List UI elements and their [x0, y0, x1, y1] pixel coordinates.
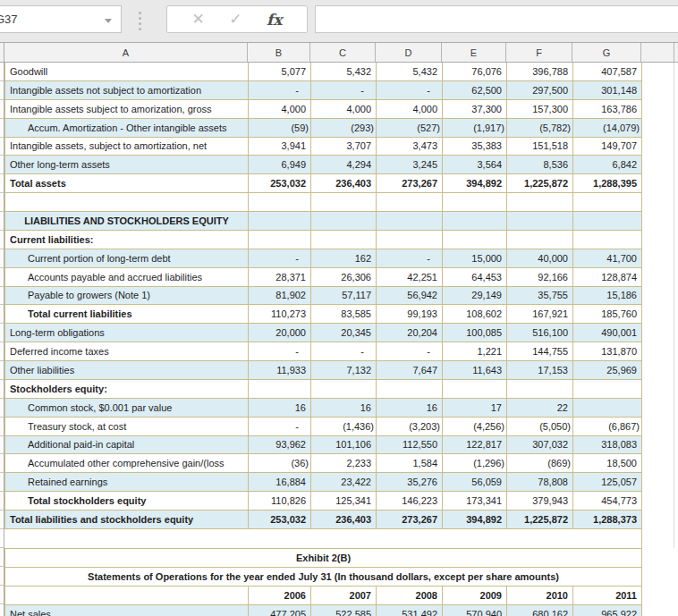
cell[interactable]: 5,077: [249, 63, 311, 81]
cell[interactable]: 4,294: [311, 156, 377, 174]
cell[interactable]: (14,079): [573, 119, 642, 138]
cell[interactable]: 2008: [377, 586, 443, 605]
cell[interactable]: Accounts payable and accrued liabilities: [5, 268, 249, 287]
cell[interactable]: [377, 193, 443, 212]
cell[interactable]: 125,057: [573, 473, 642, 492]
cell[interactable]: 379,943: [507, 492, 573, 511]
cell[interactable]: 78,808: [507, 473, 573, 492]
cell[interactable]: Deferred income taxes: [5, 342, 249, 361]
cell[interactable]: (1,436): [311, 418, 377, 436]
cell[interactable]: 680,162: [507, 605, 573, 616]
cell[interactable]: 29,149: [443, 287, 507, 306]
cell[interactable]: 236,403: [311, 174, 377, 193]
cell[interactable]: 81,902: [249, 287, 311, 306]
cell[interactable]: 3,564: [443, 156, 507, 174]
cell[interactable]: 3,473: [377, 138, 443, 156]
column-header-stub[interactable]: [641, 43, 674, 62]
cell[interactable]: Accum. Amortization - Other intangible a…: [5, 119, 249, 138]
column-header-B[interactable]: B: [248, 43, 310, 62]
cell[interactable]: 454,773: [573, 492, 642, 511]
cell[interactable]: (3,203): [377, 418, 443, 436]
name-box[interactable]: G37: [0, 5, 122, 33]
cell[interactable]: 11,643: [443, 361, 507, 380]
cell[interactable]: 5,432: [311, 63, 377, 81]
cell[interactable]: 128,874: [573, 268, 642, 287]
cell[interactable]: (5,050): [507, 418, 573, 436]
cell[interactable]: 407,587: [573, 63, 642, 81]
cell[interactable]: [377, 380, 443, 399]
cell[interactable]: 522,585: [311, 605, 377, 616]
exhibit-title-cell[interactable]: Exhibit 2(B): [5, 549, 642, 568]
column-header-E[interactable]: E: [442, 43, 506, 62]
cell[interactable]: Retained earnings: [5, 473, 249, 492]
column-header-D[interactable]: D: [376, 43, 442, 62]
cell[interactable]: 3,707: [311, 138, 377, 156]
cell[interactable]: 1,288,373: [573, 511, 642, 529]
cell[interactable]: 2007: [311, 586, 377, 605]
cell[interactable]: 17: [443, 399, 507, 418]
cell[interactable]: 253,032: [249, 174, 311, 193]
column-header-C[interactable]: C: [310, 43, 376, 62]
cell[interactable]: 6,949: [249, 156, 311, 174]
cell[interactable]: Other liabilities: [5, 361, 249, 380]
cell[interactable]: Current portion of long-term debt: [5, 249, 249, 268]
cell[interactable]: 301,148: [573, 81, 642, 100]
cell[interactable]: Intangible assets, subject to amortizati…: [5, 138, 249, 156]
cell[interactable]: 149,707: [573, 138, 642, 156]
cell[interactable]: 17,153: [507, 361, 573, 380]
cell[interactable]: 297,500: [507, 81, 573, 100]
cell[interactable]: [507, 212, 573, 231]
cell[interactable]: Other long-term assets: [5, 156, 249, 174]
cell[interactable]: -: [249, 81, 311, 100]
cell[interactable]: (59): [249, 119, 311, 138]
cell[interactable]: (293): [311, 119, 377, 138]
cell[interactable]: Total liabilities and stockholders equit…: [5, 511, 249, 529]
cell[interactable]: 253,032: [249, 511, 311, 529]
cell[interactable]: [377, 231, 443, 249]
cell[interactable]: 7,132: [311, 361, 377, 380]
cell[interactable]: (1,296): [443, 454, 507, 473]
cell[interactable]: 57,117: [311, 287, 377, 306]
cell[interactable]: Goodwill: [5, 63, 249, 81]
cell[interactable]: 185,760: [573, 305, 642, 324]
cell[interactable]: 15,186: [573, 287, 642, 306]
cell[interactable]: 28,371: [249, 268, 311, 287]
cell[interactable]: 35,755: [507, 287, 573, 306]
cell[interactable]: [443, 380, 507, 399]
cell[interactable]: (527): [377, 119, 443, 138]
cell[interactable]: 157,300: [507, 100, 573, 119]
cell[interactable]: [443, 193, 507, 212]
cell[interactable]: 2,233: [311, 454, 377, 473]
cell[interactable]: 101,106: [311, 436, 377, 455]
cell[interactable]: -: [249, 342, 311, 361]
cell[interactable]: [5, 193, 249, 212]
cell[interactable]: [507, 231, 573, 249]
cell[interactable]: 1,225,872: [507, 174, 573, 193]
cell[interactable]: 16,884: [249, 473, 311, 492]
cell[interactable]: 163,786: [573, 100, 642, 119]
cell[interactable]: [377, 212, 443, 231]
cell[interactable]: 20,000: [249, 324, 311, 342]
cell[interactable]: -: [311, 81, 377, 100]
cell[interactable]: 4,000: [377, 100, 443, 119]
cell[interactable]: 110,826: [249, 492, 311, 511]
cell[interactable]: 7,647: [377, 361, 443, 380]
formula-input[interactable]: [315, 5, 678, 33]
cell[interactable]: [249, 231, 311, 249]
cell[interactable]: 3,941: [249, 138, 311, 156]
cell[interactable]: (36): [249, 454, 311, 473]
cell[interactable]: 273,267: [377, 511, 443, 529]
cell[interactable]: Current liabilities:: [5, 231, 249, 249]
cell[interactable]: [249, 380, 311, 399]
cell[interactable]: [311, 212, 377, 231]
cell[interactable]: 396,788: [507, 63, 573, 81]
function-icon[interactable]: fx: [267, 11, 282, 29]
cell[interactable]: (5,782): [507, 119, 573, 138]
cell[interactable]: 20,204: [377, 324, 443, 342]
cell[interactable]: Net sales: [5, 605, 249, 616]
cell[interactable]: [249, 212, 311, 231]
cell[interactable]: (4,256): [443, 418, 507, 436]
cell[interactable]: Treasury stock, at cost: [5, 418, 249, 436]
cell[interactable]: -: [249, 249, 311, 268]
cell[interactable]: 394,892: [443, 174, 507, 193]
